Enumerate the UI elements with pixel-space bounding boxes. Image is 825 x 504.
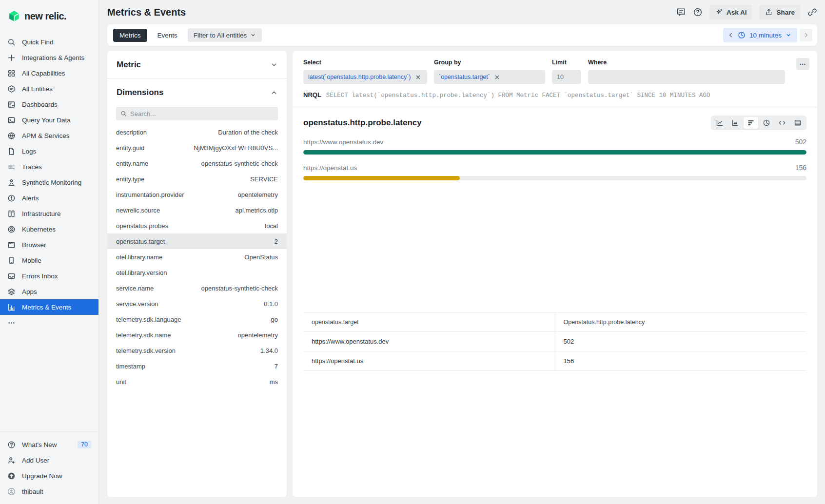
dimension-row-entity-type[interactable]: entity.typeSERVICE (107, 171, 287, 187)
alert-icon (7, 194, 16, 202)
help-icon[interactable] (693, 7, 703, 17)
sidebar-item-browser[interactable]: Browser (0, 237, 98, 252)
sidebar-item-thibault[interactable]: thibault (0, 484, 98, 499)
bar-track[interactable] (303, 176, 806, 180)
dimension-row-telemetry-sdk-language[interactable]: telemetry.sdk.languagego (107, 311, 287, 327)
sidebar-item-alerts[interactable]: Alerts (0, 190, 98, 206)
table-header-openstatus-target[interactable]: openstatus.target (303, 313, 555, 332)
sidebar-item-label: Alerts (22, 194, 39, 202)
sparkles-icon (715, 8, 723, 16)
header-actions: Ask AI Share (676, 5, 817, 19)
sidebar-item-synthetic-monitoring[interactable]: Synthetic Monitoring (0, 174, 98, 190)
upgrade-icon (7, 472, 16, 480)
sidebar-item-infrastructure[interactable]: Infrastructure (0, 206, 98, 221)
limit-field[interactable]: 10 (552, 70, 581, 84)
sidebar-item-kubernetes[interactable]: Kubernetes (0, 221, 98, 237)
nrql-label: NRQL (303, 91, 321, 98)
dimension-row-newrelic-source[interactable]: newrelic.sourceapi.metrics.otlp (107, 202, 287, 218)
sidebar-item-label: Mobile (22, 257, 41, 264)
sidebar-item-label: What's New (22, 441, 57, 448)
table-header-openstatus-http-probe-latency[interactable]: Openstatus.http.probe.latency (555, 313, 806, 332)
entity-filter-dropdown[interactable]: Filter to All entities (188, 28, 262, 42)
table-view-icon[interactable] (790, 117, 805, 129)
sidebar-item-more[interactable] (0, 315, 98, 330)
remove-groupby-tag-icon[interactable] (494, 75, 500, 80)
sidebar-item-query-your-data[interactable]: Query Your Data (0, 112, 98, 128)
time-back-icon[interactable] (728, 32, 734, 38)
dimension-name: service.version (116, 300, 158, 308)
clock-icon (738, 31, 746, 39)
where-input[interactable] (593, 74, 780, 80)
sidebar-item-metrics-events[interactable]: Metrics & Events (0, 299, 98, 315)
new-relic-logo[interactable]: new relic. (0, 7, 98, 34)
sidebar-item-traces[interactable]: Traces (0, 159, 98, 174)
facets-panel: Metric Dimensions (107, 51, 287, 497)
dimension-row-telemetry-sdk-version[interactable]: telemetry.sdk.version1.34.0 (107, 343, 287, 358)
dimension-row-service-version[interactable]: service.version0.1.0 (107, 296, 287, 311)
sidebar-item-label: Quick Find (22, 39, 54, 46)
code-view-icon[interactable] (775, 117, 789, 129)
traces-icon (7, 163, 16, 171)
sidebar-item-quick-find[interactable]: Quick Find (0, 34, 98, 50)
dimension-row-entity-guid[interactable]: entity.guidNjM3MjgyOXxFWFR8U0VS... (107, 140, 287, 155)
dimension-row-otel-library-version[interactable]: otel.library.version (107, 265, 287, 280)
feedback-comment-icon[interactable] (676, 7, 686, 17)
dimensions-section-header[interactable]: Dimensions (107, 78, 287, 106)
groupby-field[interactable]: `openstatus.target` (434, 70, 545, 84)
dimension-row-openstatus-target[interactable]: openstatus.target2 (107, 233, 287, 249)
dimension-name: unit (116, 378, 126, 386)
dimension-row-otel-library-name[interactable]: otel.library.nameOpenStatus (107, 249, 287, 265)
search-input[interactable] (130, 110, 274, 117)
share-button[interactable]: Share (759, 5, 801, 19)
sidebar-item-logs[interactable]: Logs (0, 143, 98, 159)
table-row[interactable]: https://openstat.us156 (303, 351, 806, 371)
tab-events[interactable]: Events (151, 29, 184, 42)
area-chart-icon[interactable] (728, 117, 743, 129)
nrql-query-text[interactable]: SELECT latest(`openstatus.http.probe.lat… (326, 92, 710, 99)
sidebar-item-errors-inbox[interactable]: Errors Inbox (0, 268, 98, 284)
sidebar-item-all-capabilities[interactable]: All Capabilities (0, 65, 98, 81)
dimensions-section-title: Dimensions (117, 88, 163, 97)
dimension-row-openstatus-probes[interactable]: openstatus.probeslocal (107, 218, 287, 233)
sidebar-item-mobile[interactable]: Mobile (0, 252, 98, 268)
query-more-options-icon[interactable]: ⋯ (796, 58, 809, 70)
dimension-row-entity-name[interactable]: entity.nameopenstatus-synthetic-check (107, 155, 287, 171)
sidebar-item-apm-services[interactable]: APM & Services (0, 128, 98, 143)
sidebar-item-what-s-new[interactable]: What's New70 (0, 437, 98, 452)
bar-track[interactable] (303, 150, 806, 155)
dimension-row-description[interactable]: descriptionDuration of the check (107, 124, 287, 140)
chevron-up-icon (271, 89, 277, 96)
table-row[interactable]: https://www.openstatus.dev502 (303, 332, 806, 351)
sidebar-item-add-user[interactable]: Add User (0, 452, 98, 468)
bar-label: https://www.openstatus.dev (303, 138, 383, 146)
sidebar-item-apps[interactable]: Apps (0, 284, 98, 299)
bar-chart-icon[interactable] (744, 117, 758, 129)
ask-ai-button[interactable]: Ask AI (709, 5, 753, 19)
dimension-row-timestamp[interactable]: timestamp7 (107, 358, 287, 374)
line-chart-icon[interactable] (712, 117, 727, 129)
dimension-row-instrumentation-provider[interactable]: instrumentation.provideropentelemetry (107, 187, 287, 202)
toolbar-strip: Metrics Events Filter to All entities 10… (107, 24, 817, 46)
remove-select-tag-icon[interactable] (415, 75, 421, 80)
select-field[interactable]: latest(`openstatus.http.probe.latency`) (303, 70, 427, 84)
avatar-icon (7, 487, 16, 496)
dimension-value: go (271, 316, 278, 323)
time-range-dropdown[interactable]: 10 minutes (723, 28, 797, 42)
metric-section-header[interactable]: Metric (107, 51, 287, 78)
time-forward-icon[interactable] (800, 29, 812, 41)
dimensions-search (107, 106, 287, 124)
tab-metrics[interactable]: Metrics (113, 29, 147, 42)
dimension-row-service-name[interactable]: service.nameopenstatus-synthetic-check (107, 280, 287, 296)
permalink-icon[interactable] (807, 7, 817, 17)
chart-area: openstatus.http.probe.latency (293, 107, 817, 497)
sidebar-item-dashboards[interactable]: Dashboards (0, 97, 98, 112)
dimension-row-telemetry-sdk-name[interactable]: telemetry.sdk.nameopentelemetry (107, 327, 287, 343)
sidebar-item-integrations-agents[interactable]: Integrations & Agents (0, 50, 98, 65)
sidebar-item-all-entities[interactable]: All Entities (0, 81, 98, 97)
bar-row-1: https://openstat.us156 (303, 164, 806, 180)
pie-chart-icon[interactable] (759, 117, 774, 129)
sidebar-item-upgrade-now[interactable]: Upgrade Now (0, 468, 98, 484)
sidebar-item-label: Browser (22, 241, 46, 249)
hexagon-list-icon (7, 85, 16, 93)
dimension-row-unit[interactable]: unitms (107, 374, 287, 389)
